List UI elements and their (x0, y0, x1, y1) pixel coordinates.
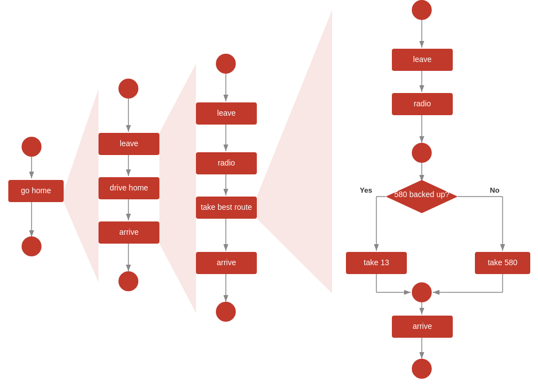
fan-1-2 (64, 89, 99, 282)
col4-end-circle (412, 359, 432, 379)
col3-best-label: take best route (201, 203, 252, 212)
col3-end-circle (216, 302, 236, 322)
col3-arrive-label: arrive (216, 258, 236, 267)
col3-leave-label: leave (217, 109, 236, 117)
col4-leave-label: leave (413, 55, 432, 64)
col4-diamond-label: 580 backed up? (394, 190, 449, 199)
col4-radio-label: radio (413, 99, 431, 108)
col4-take13-label: take 13 (364, 258, 389, 267)
col4-take580-label: take 580 (488, 258, 518, 267)
col3-radio-label: radio (218, 158, 235, 167)
fan-2-3 (159, 64, 196, 313)
col4-start-circle (412, 0, 432, 20)
flowchart-diagram: go home leave drive home arrive leave ra… (0, 0, 538, 392)
col1-end-circle (22, 236, 42, 256)
col1-go-home-label: go home (21, 186, 51, 195)
col4-merge-circle (412, 282, 432, 302)
col2-drive-label: drive home (110, 183, 148, 192)
col1-start-circle (22, 137, 42, 157)
col2-end-circle (118, 271, 138, 291)
col3-start-circle (216, 54, 236, 74)
yes-label: Yes (360, 186, 372, 194)
col4-arrive-label: arrive (412, 322, 432, 331)
col4-decision-circle (412, 143, 432, 163)
fan-3-4 (257, 10, 332, 293)
col2-start-circle (118, 79, 138, 99)
no-label: No (490, 186, 499, 194)
col2-arrive-label: arrive (119, 228, 138, 236)
col2-leave-label: leave (120, 139, 138, 148)
